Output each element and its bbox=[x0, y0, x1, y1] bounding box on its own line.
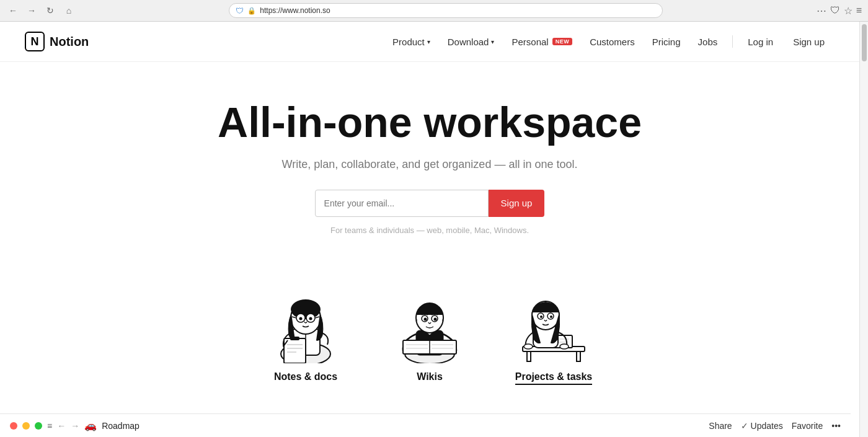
browser-chrome: ← → ↻ ⌂ 🛡 🔒 https://www.notion.so ⋯ 🛡 ☆ … bbox=[0, 0, 868, 22]
svg-rect-33 bbox=[577, 351, 580, 361]
check-icon: ✓ bbox=[741, 421, 748, 431]
svg-point-24 bbox=[434, 318, 437, 321]
bottom-bar: ≡ ← → 🚗 Roadmap Share ✓ Updates Favorite… bbox=[0, 413, 851, 437]
roadmap-title[interactable]: Roadmap bbox=[102, 421, 140, 431]
nav-customers[interactable]: Customers bbox=[582, 33, 642, 51]
nav-pricing-label: Pricing bbox=[652, 37, 681, 47]
nav-download[interactable]: Download ▾ bbox=[440, 33, 502, 51]
svg-point-43 bbox=[524, 344, 533, 349]
feature-wikis-label: Wikis bbox=[417, 371, 443, 382]
svg-point-23 bbox=[424, 318, 427, 321]
signup-nav-button[interactable]: Sign up bbox=[783, 32, 835, 51]
share-button[interactable]: Share bbox=[709, 421, 732, 431]
hero-subtitle: Write, plan, collaborate, and get organi… bbox=[25, 158, 835, 171]
features-section: Notes & docs bbox=[0, 260, 859, 391]
website-content: N Notion Product ▾ Download ▾ Personal N… bbox=[0, 22, 859, 437]
hero-note: For teams & individuals — web, mobile, M… bbox=[25, 226, 835, 235]
logo[interactable]: N Notion bbox=[25, 32, 89, 51]
hero-form: Sign up bbox=[25, 190, 835, 217]
projects-illustration bbox=[510, 272, 597, 365]
forward-arrow-icon[interactable]: → bbox=[71, 421, 79, 431]
favorite-button[interactable]: Favorite bbox=[792, 421, 823, 431]
svg-rect-12 bbox=[284, 338, 306, 363]
logo-icon: N bbox=[25, 32, 45, 51]
nav-download-label: Download bbox=[448, 37, 489, 47]
new-badge: NEW bbox=[552, 38, 573, 45]
pocket-icon[interactable]: 🛡 bbox=[830, 5, 840, 16]
svg-point-11 bbox=[309, 317, 312, 320]
url-text: https://www.notion.so bbox=[260, 6, 330, 15]
hero-section: All-in-one workspace Write, plan, collab… bbox=[0, 62, 859, 260]
reload-button[interactable]: ↻ bbox=[43, 4, 57, 17]
chevron-down-icon: ▾ bbox=[491, 38, 494, 45]
svg-point-44 bbox=[560, 344, 569, 349]
svg-point-10 bbox=[299, 317, 303, 320]
forward-button[interactable]: → bbox=[25, 4, 38, 17]
shield-icon: 🛡 bbox=[236, 6, 244, 15]
roadmap-icon: 🚗 bbox=[84, 420, 97, 431]
star-icon[interactable]: ☆ bbox=[844, 5, 852, 17]
menu-lines-icon[interactable]: ≡ bbox=[47, 421, 52, 431]
navbar: N Notion Product ▾ Download ▾ Personal N… bbox=[0, 22, 859, 62]
svg-point-41 bbox=[540, 316, 542, 318]
hero-title: All-in-one workspace bbox=[25, 99, 835, 146]
nav-product-label: Product bbox=[392, 37, 425, 47]
feature-wikis[interactable]: Wikis bbox=[386, 272, 473, 385]
projects-svg bbox=[513, 273, 594, 363]
menu-icon[interactable]: ≡ bbox=[856, 5, 862, 16]
nav-customers-label: Customers bbox=[590, 37, 635, 47]
chevron-down-icon: ▾ bbox=[427, 38, 430, 45]
lock-icon: 🔒 bbox=[247, 7, 256, 15]
nav-jobs[interactable]: Jobs bbox=[691, 33, 725, 51]
back-arrow-icon[interactable]: ← bbox=[57, 421, 66, 431]
nav-jobs-label: Jobs bbox=[698, 37, 718, 47]
scrollbar-thumb[interactable] bbox=[862, 24, 867, 61]
back-button[interactable]: ← bbox=[6, 4, 20, 17]
updates-button[interactable]: ✓ Updates bbox=[741, 421, 783, 431]
nav-personal[interactable]: Personal NEW bbox=[504, 33, 580, 51]
login-button[interactable]: Log in bbox=[740, 33, 781, 51]
signup-hero-button[interactable]: Sign up bbox=[489, 190, 545, 217]
browser-right-icons: ⋯ 🛡 ☆ ≡ bbox=[817, 5, 862, 17]
address-bar[interactable]: 🛡 🔒 https://www.notion.so bbox=[229, 3, 663, 18]
feature-notes[interactable]: Notes & docs bbox=[262, 272, 349, 385]
email-input[interactable] bbox=[315, 190, 489, 217]
feature-notes-label: Notes & docs bbox=[274, 371, 337, 382]
dot-green bbox=[35, 422, 42, 430]
notes-illustration bbox=[262, 272, 349, 365]
scrollbar[interactable] bbox=[859, 22, 868, 437]
nav-product[interactable]: Product ▾ bbox=[385, 33, 438, 51]
home-button[interactable]: ⌂ bbox=[62, 4, 76, 17]
nav-pricing[interactable]: Pricing bbox=[645, 33, 688, 51]
more-icon[interactable]: ⋯ bbox=[817, 5, 826, 17]
wikis-illustration bbox=[386, 272, 473, 365]
svg-point-42 bbox=[550, 316, 552, 318]
logo-letter: N bbox=[31, 35, 39, 48]
more-button[interactable]: ••• bbox=[831, 421, 841, 431]
nav-personal-label: Personal bbox=[512, 37, 548, 47]
nav-divider bbox=[732, 35, 733, 48]
notes-svg bbox=[265, 273, 346, 363]
wikis-svg bbox=[389, 273, 470, 363]
nav-links: Product ▾ Download ▾ Personal NEW Custom… bbox=[385, 32, 835, 51]
dot-yellow bbox=[22, 422, 30, 430]
bottom-right-actions: Share ✓ Updates Favorite ••• bbox=[709, 421, 841, 431]
feature-projects-label: Projects & tasks bbox=[515, 371, 593, 385]
svg-rect-13 bbox=[290, 337, 299, 340]
logo-text: Notion bbox=[50, 35, 89, 49]
dot-red bbox=[10, 422, 17, 430]
feature-projects[interactable]: Projects & tasks bbox=[510, 272, 597, 385]
svg-rect-32 bbox=[527, 351, 531, 361]
